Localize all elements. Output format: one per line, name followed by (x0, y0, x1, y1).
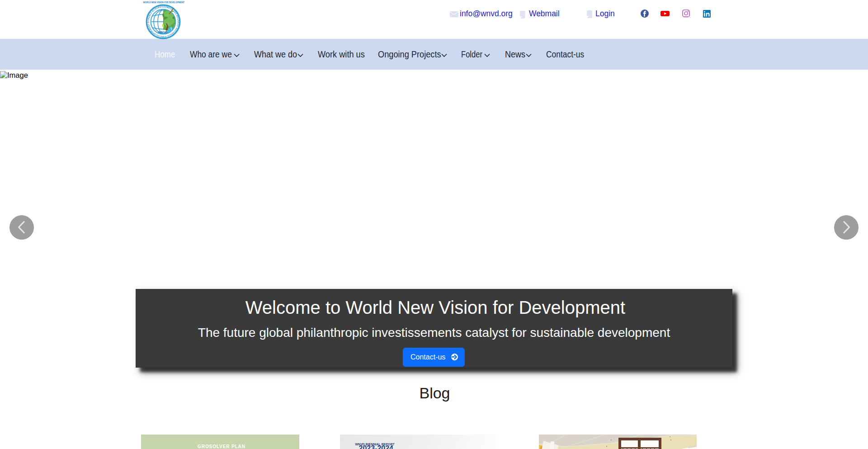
svg-text:WNVD: WNVD (158, 30, 169, 34)
